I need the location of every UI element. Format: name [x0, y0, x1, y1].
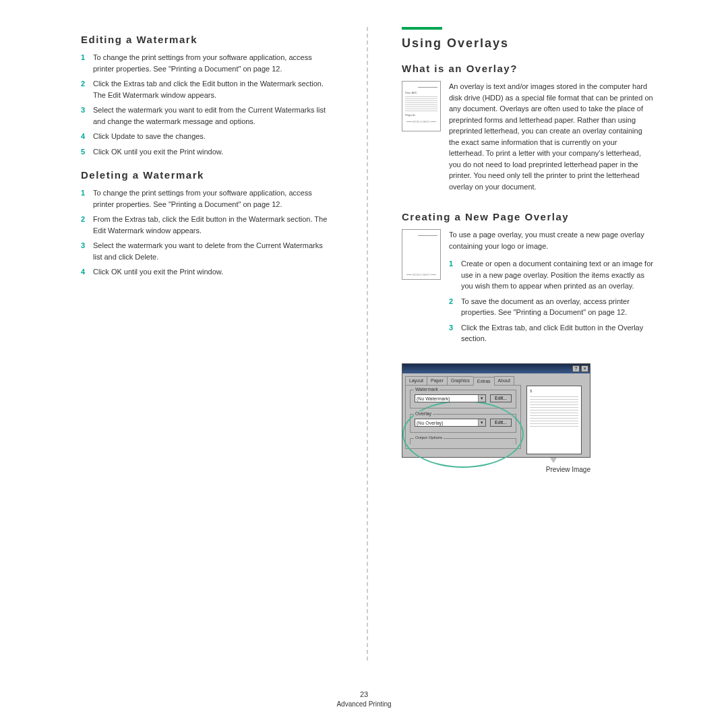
output-options-fieldset: Output Options — [410, 438, 516, 444]
watermark-legend: Watermark — [414, 387, 439, 392]
watermark-fieldset: Watermark (No Watermark) Edit... — [410, 390, 516, 408]
callout-pointer — [550, 458, 557, 463]
tab-paper[interactable]: Paper — [427, 376, 447, 385]
overlay-fieldset: Overlay (No Overlay) Edit... — [410, 414, 516, 433]
list-item: To change the print settings from your s… — [81, 52, 333, 74]
preview-pane: S — [526, 386, 582, 454]
tab-graphics[interactable]: Graphics — [447, 376, 473, 385]
list-item: To save the document as an overlay, acce… — [449, 296, 654, 318]
right-column: Using Overlays What is an Overlay? Dear … — [388, 27, 654, 661]
creating-steps: Create or open a document containing tex… — [449, 258, 654, 344]
watermark-combo[interactable]: (No Watermark) — [415, 394, 486, 402]
dialog-tabs: Layout Paper Graphics Extras About — [405, 376, 521, 385]
preview-s-label: S — [530, 389, 578, 393]
highlight-ellipse — [402, 400, 524, 468]
help-button[interactable]: ? — [572, 365, 580, 372]
list-item: Click the Extras tab, and click Edit but… — [449, 322, 654, 344]
list-item: Create or open a document containing tex… — [449, 258, 654, 292]
illus-banner: WORLD BEST — [405, 120, 437, 123]
watermark-edit-button[interactable]: Edit... — [490, 394, 512, 402]
close-button[interactable]: × — [581, 365, 588, 372]
footer-section-title: Advanced Printing — [0, 700, 728, 708]
page-footer: 23 Advanced Printing — [0, 690, 728, 708]
page-number: 23 — [0, 690, 728, 698]
illus-regards: Regards — [405, 113, 437, 117]
list-item: Select the watermark you want to edit fr… — [81, 104, 333, 127]
preview-image-callout: Preview Image — [402, 466, 590, 473]
printer-properties-dialog: ? × Layout Paper Graphics Extras About — [402, 363, 590, 458]
what-is-body: An overlay is text and/or images stored … — [449, 81, 654, 192]
what-is-heading: What is an Overlay? — [402, 63, 654, 74]
overlay-combo[interactable]: (No Overlay) — [415, 419, 486, 427]
tab-layout[interactable]: Layout — [405, 376, 427, 385]
list-item: Click OK until you exit the Print window… — [81, 266, 333, 278]
deleting-heading: Deleting a Watermark — [81, 169, 333, 181]
creating-heading: Creating a New Page Overlay — [402, 211, 654, 222]
illus-banner: WORLD BEST — [405, 273, 437, 276]
editing-steps: To change the print settings from your s… — [81, 52, 333, 157]
overlay-illustration-letter: Dear ABC Regards WORLD BEST — [402, 81, 441, 131]
left-column: Editing a Watermark To change the print … — [81, 27, 346, 661]
tab-about[interactable]: About — [494, 376, 514, 385]
output-options-legend: Output Options — [414, 435, 444, 439]
list-item: To change the print settings from your s… — [81, 187, 333, 210]
illus-dear: Dear ABC — [405, 91, 437, 94]
list-item: Click Update to save the changes. — [81, 131, 333, 142]
list-item: Click the Extras tab and click the Edit … — [81, 78, 333, 100]
overlay-edit-button[interactable]: Edit... — [490, 419, 512, 427]
overlay-legend: Overlay — [414, 411, 433, 416]
list-item: Click OK until you exit the Print window… — [81, 146, 333, 158]
list-item: From the Extras tab, click the Edit butt… — [81, 214, 333, 236]
creating-intro: To use a page overlay, you must create a… — [449, 229, 654, 251]
dialog-titlebar: ? × — [402, 364, 590, 373]
accent-line — [402, 27, 442, 30]
deleting-steps: To change the print settings from your s… — [81, 187, 333, 278]
overlays-heading: Using Overlays — [402, 36, 654, 51]
editing-heading: Editing a Watermark — [81, 34, 333, 45]
list-item: Select the watermark you want to delete … — [81, 240, 333, 262]
overlay-illustration-blank: WORLD BEST — [402, 229, 441, 280]
tab-extras[interactable]: Extras — [473, 377, 494, 386]
column-divider — [367, 27, 368, 661]
